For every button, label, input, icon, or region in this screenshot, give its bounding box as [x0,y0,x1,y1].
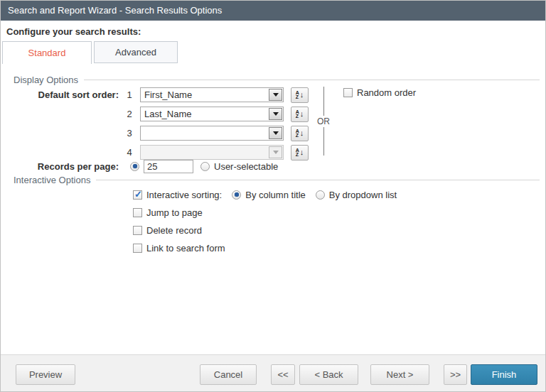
sort-row-number: 4 [119,147,140,158]
sort-az-icon: AZ [296,110,299,119]
tab-advanced[interactable]: Advanced [94,41,178,63]
wizard-dialog: Search and Report Wizard - Search Result… [0,0,546,392]
by-dropdown-list-radio[interactable] [316,190,325,200]
section-divider [84,80,540,80]
section-title: Interactive Options [14,175,90,185]
jump-to-page-label[interactable]: Jump to page [146,207,203,218]
by-column-title-radio[interactable] [232,190,241,200]
radio-dot-icon [235,192,239,197]
arrow-down-icon: ↓ [300,110,304,118]
chevron-down-icon [273,151,279,154]
back-button[interactable]: < Back [299,364,358,385]
interactive-options-section: Interactive Options [14,175,540,185]
radio-dot-icon [133,164,137,168]
interactive-sorting-checkbox[interactable]: ✓ [133,190,142,200]
first-step-button[interactable]: << [271,364,295,385]
sort-row-3: 3 AZ ↓ [1,126,309,141]
sort-field-4-dropdown [140,145,284,160]
random-order-label[interactable]: Random order [357,87,416,98]
sort-az-icon: AZ [296,91,299,99]
jump-to-page-row: Jump to page [133,207,203,218]
sort-field-3-dropdown[interactable] [140,126,284,141]
by-dropdown-list-label[interactable]: By dropdown list [329,190,397,200]
link-to-search-form-row: Link to search form [133,242,225,254]
delete-record-label[interactable]: Delete record [146,225,202,236]
separator-line [323,127,324,156]
wizard-nav-buttons: Cancel << < Back Next > >> Finish [200,364,537,385]
dropdown-value: First_Name [141,89,269,100]
arrow-down-icon: ↓ [300,129,304,137]
separator-line [323,87,324,116]
interactive-sorting-label[interactable]: Interactive sorting: [146,190,222,200]
dropdown-value: Last_Name [141,109,269,119]
sort-direction-3-button[interactable]: AZ ↓ [291,126,309,141]
delete-record-row: Delete record [133,224,202,236]
random-order-option: Random order [343,87,416,98]
sort-field-2-dropdown[interactable]: Last_Name [140,107,284,121]
chevron-down-icon [273,112,279,116]
footer-bar: Preview Cancel << < Back Next > >> Finis… [1,354,545,392]
last-step-button[interactable]: >> [444,364,467,385]
records-per-page-row: Records per page: User-selectable [1,158,278,174]
sort-row-2: 2 Last_Name AZ ↓ [1,107,309,121]
page-title: Configure your search results: [6,26,141,37]
sort-field-1-dropdown[interactable]: First_Name [140,87,284,102]
user-selectable-radio[interactable] [200,162,210,171]
sort-row-number: 1 [119,89,140,100]
dropdown-button[interactable] [269,89,282,101]
delete-record-checkbox[interactable] [133,226,142,235]
preview-button[interactable]: Preview [16,364,75,385]
section-title: Display Options [14,75,78,85]
cancel-button[interactable]: Cancel [200,364,257,385]
dropdown-button[interactable] [269,108,282,120]
default-sort-order-label: Default sort order: [1,89,119,100]
sort-row-1: Default sort order: 1 First_Name AZ ↓ [1,87,309,102]
check-icon: ✓ [134,189,142,200]
records-fixed-radio[interactable] [130,162,139,171]
chevron-down-icon [273,131,279,135]
display-options-section: Display Options [14,75,540,85]
by-column-title-label[interactable]: By column title [245,190,306,200]
or-separator: OR [316,87,331,156]
arrow-down-icon: ↓ [300,148,304,156]
sort-direction-1-button[interactable]: AZ ↓ [291,87,309,103]
or-label: OR [317,116,330,127]
link-to-search-form-label[interactable]: Link to search form [146,243,225,254]
sort-az-icon: AZ [296,129,299,138]
finish-button[interactable]: Finish [471,364,537,385]
sort-direction-2-button[interactable]: AZ ↓ [291,107,309,122]
sort-direction-4-button[interactable]: AZ ↓ [291,145,309,160]
dropdown-button [269,146,282,158]
records-per-page-input[interactable] [144,160,193,173]
sort-row-number: 2 [119,109,140,119]
user-selectable-label[interactable]: User-selectable [214,161,278,172]
arrow-down-icon: ↓ [300,91,304,99]
chevron-down-icon [273,93,279,97]
sort-row-number: 3 [119,128,140,138]
random-order-checkbox[interactable] [343,88,353,97]
jump-to-page-checkbox[interactable] [133,208,142,217]
dropdown-button[interactable] [269,127,282,139]
section-divider [96,180,540,180]
next-button[interactable]: Next > [370,364,429,385]
sort-row-4: 4 AZ ↓ [1,145,309,160]
records-per-page-label: Records per page: [1,161,119,172]
interactive-sorting-row: ✓ Interactive sorting: By column title B… [133,189,397,200]
tab-standard[interactable]: Standard [2,41,92,64]
dialog-title-bar: Search and Report Wizard - Search Result… [1,1,545,21]
link-to-search-form-checkbox[interactable] [133,244,142,253]
sort-az-icon: AZ [296,148,299,157]
